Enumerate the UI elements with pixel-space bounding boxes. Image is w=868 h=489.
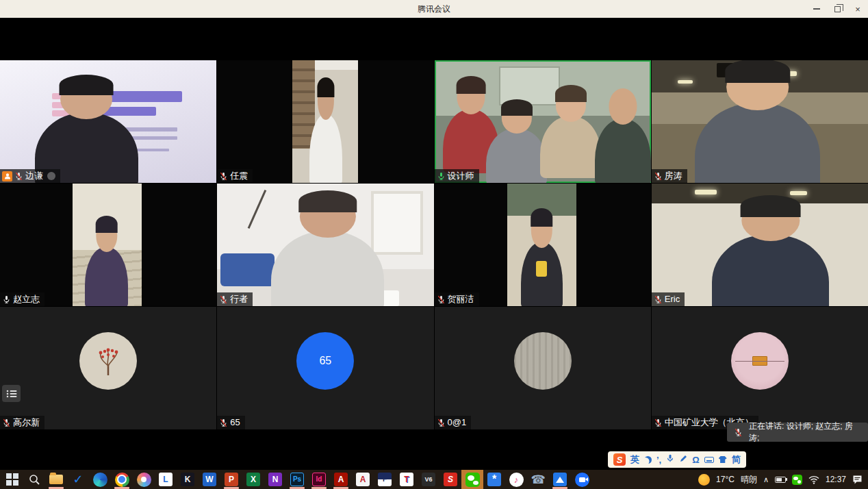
f-app-icon: F (378, 473, 392, 486)
taskbar-onenote[interactable]: N (264, 470, 286, 489)
mountain-icon (553, 473, 567, 486)
weather-widget[interactable] (698, 474, 710, 486)
taskbar-l-app[interactable]: L (155, 470, 177, 489)
taskbar-phone-app[interactable]: ☎ (527, 470, 549, 489)
network-indicator[interactable] (808, 475, 819, 484)
mic-muted-icon (219, 295, 228, 304)
taskbar-photoshop[interactable]: Ps (286, 470, 308, 489)
taskbar-autocad[interactable]: A (352, 470, 374, 489)
video-tile-65[interactable]: 65 65 (217, 307, 433, 429)
mic-muted-icon (14, 172, 23, 181)
video-camera-icon (575, 473, 589, 487)
restore-button[interactable] (827, 0, 847, 18)
video-tile-0at1[interactable]: 0@1 (435, 307, 651, 429)
participant-name: 设计师 (448, 169, 474, 183)
taskbar-k-app[interactable]: K (177, 470, 199, 489)
video-tile-renzhen[interactable]: 任震 (217, 60, 433, 183)
sogou-logo-icon[interactable]: S (613, 453, 626, 466)
simplified-chinese-toggle[interactable]: 简 (732, 453, 741, 466)
voice-input-icon[interactable] (666, 453, 674, 466)
skin-shirt-icon[interactable] (719, 456, 727, 463)
video-tile-gaoerxin[interactable]: 高尔新 (0, 307, 216, 429)
participant-name: 边谦 (25, 169, 43, 183)
weather-text[interactable]: 晴朗 (741, 474, 757, 486)
wifi-icon (808, 475, 819, 484)
clock[interactable]: 12:37 (826, 475, 846, 484)
soft-keyboard-icon[interactable] (704, 457, 714, 463)
participant-label: 0@1 (435, 416, 472, 429)
participant-name: 0@1 (448, 416, 467, 429)
taskbar-acrobat[interactable]: A (330, 470, 352, 489)
video-tile-shejishi[interactable]: 设计师 (435, 60, 651, 183)
taskbar-t-app[interactable]: T (396, 470, 418, 489)
taskbar-dots-app[interactable] (133, 470, 155, 489)
star-chat-icon: * (487, 473, 501, 486)
halfwidth-moon-icon[interactable] (644, 456, 652, 464)
start-button[interactable] (1, 470, 23, 489)
battery-indicator[interactable] (775, 477, 786, 483)
avatar-text: 65 (319, 355, 331, 367)
participant-label: 任震 (217, 169, 253, 183)
handwriting-pen-icon[interactable] (679, 453, 687, 466)
video-tile-fangtao[interactable]: 房涛 (652, 60, 868, 183)
taskbar-netdisk[interactable] (549, 470, 571, 489)
person-silhouette (695, 103, 820, 183)
taskbar-sketchup[interactable]: S (439, 470, 461, 489)
video-tile-zhaolizhi[interactable]: 赵立志 (0, 184, 216, 306)
taskbar-file-explorer[interactable] (45, 470, 67, 489)
video-grid: 边谦 任震 (0, 60, 868, 429)
person-silhouette (486, 129, 547, 183)
video-tile-xingzhe[interactable]: 行者 (217, 184, 433, 306)
avatar: 65 (296, 332, 354, 390)
l-app-icon: L (159, 473, 173, 486)
autocad-icon: A (356, 473, 370, 486)
indesign-icon: Id (312, 473, 326, 486)
ime-toolbar: S 英 ’, Ω 简 (608, 451, 746, 468)
taskbar-excel[interactable]: X (242, 470, 264, 489)
taskbar-star-chat[interactable]: * (483, 470, 505, 489)
taskbar-word[interactable]: W (199, 470, 220, 489)
taskbar-chrome[interactable] (111, 470, 133, 489)
t-app-icon: T (400, 473, 413, 486)
taskbar-meeting-app[interactable] (571, 470, 593, 489)
video-tile-eric[interactable]: Eric (652, 184, 868, 306)
taskbar-music[interactable]: ♪ (505, 470, 527, 489)
tray-expand-chevron[interactable]: ∧ (763, 475, 769, 484)
wechat-tray[interactable] (792, 475, 802, 485)
action-center[interactable] (852, 475, 863, 485)
video-scene (73, 184, 142, 306)
notification-icon (852, 475, 863, 485)
taskbar-powerpoint[interactable]: P (220, 470, 242, 489)
taskbar-edge[interactable] (89, 470, 111, 489)
ceiling-light (695, 190, 717, 195)
close-button[interactable]: × (847, 0, 868, 18)
participant-label: Eric (652, 292, 685, 306)
video-tile-cumtb[interactable]: 中国矿业大学（北京） (652, 307, 868, 429)
minimize-button[interactable] (806, 0, 827, 18)
wechat-tray-icon (792, 475, 802, 485)
avatar (514, 332, 572, 390)
ime-language-toggle[interactable]: 英 (630, 453, 639, 466)
mountain-triangle (556, 477, 564, 483)
taskbar-wechat[interactable] (461, 470, 483, 489)
temperature-text[interactable]: 17°C (716, 475, 735, 484)
taskbar-v6-app[interactable]: V6 (418, 470, 439, 489)
mic-muted-icon (734, 428, 743, 437)
window-title: 腾讯会议 (418, 3, 450, 15)
participant-name: 高尔新 (13, 416, 40, 429)
video-tile-bianqian[interactable]: 边谦 (0, 60, 216, 183)
taskbar-check-app[interactable]: ✓ (67, 470, 89, 489)
search-button[interactable] (23, 470, 45, 489)
participant-name: 65 (230, 416, 240, 429)
mic-muted-icon (2, 418, 11, 427)
ime-punctuation-toggle[interactable]: ’, (656, 455, 661, 465)
avatar (731, 332, 789, 390)
participant-name: 赵立志 (13, 292, 40, 306)
taskbar-f-app[interactable]: F (374, 470, 396, 489)
symbols-icon[interactable]: Ω (692, 455, 699, 465)
taskbar-indesign[interactable]: Id (308, 470, 330, 489)
reaction-icon (47, 172, 55, 180)
camera-glyph (579, 477, 585, 482)
member-list-button[interactable] (2, 385, 21, 402)
video-tile-helijie[interactable]: 贺丽洁 (435, 184, 651, 306)
